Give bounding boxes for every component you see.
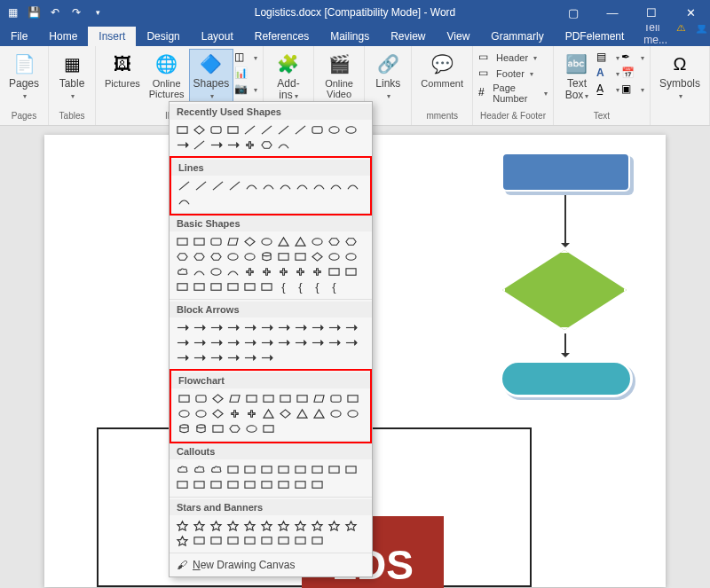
shape-option[interactable] [259, 478, 274, 491]
ribbon-options-icon[interactable]: ▢ [554, 0, 593, 25]
undo-icon[interactable]: ↶ [48, 5, 62, 20]
shape-option[interactable] [343, 265, 359, 278]
flowchart-diamond-shape[interactable] [502, 250, 627, 330]
shape-option[interactable] [225, 534, 241, 547]
symbols-button[interactable]: ΩSymbols▾ [656, 50, 704, 103]
pages-button[interactable]: 📄Pages▾ [5, 50, 43, 103]
tab-review[interactable]: Review [380, 27, 436, 46]
shape-option[interactable] [192, 265, 207, 278]
shape-option[interactable] [276, 250, 291, 263]
shape-option[interactable] [175, 280, 190, 294]
shape-option[interactable] [310, 534, 325, 547]
shape-option[interactable] [209, 351, 224, 365]
online-video-button[interactable]: 🎬Online Video [320, 50, 359, 101]
signature-button[interactable]: ✒▾ [621, 50, 644, 66]
shape-option[interactable] [242, 519, 257, 532]
shape-option[interactable] [175, 463, 190, 476]
shape-option[interactable] [225, 123, 241, 137]
shape-option[interactable] [225, 519, 241, 532]
shape-option[interactable] [225, 280, 241, 294]
shape-option[interactable] [242, 478, 257, 491]
shape-option[interactable] [242, 235, 257, 248]
shape-option[interactable] [177, 422, 192, 435]
tab-grammarly[interactable]: Grammarly [480, 27, 554, 46]
tab-design[interactable]: Design [136, 27, 190, 46]
online-pictures-button[interactable]: 🌐Online Pictures [146, 50, 188, 101]
shape-option[interactable] [242, 123, 257, 137]
shape-option[interactable] [242, 463, 257, 476]
shape-option[interactable] [210, 407, 225, 420]
shape-option[interactable] [310, 478, 325, 491]
shape-option[interactable] [175, 351, 190, 365]
shape-option[interactable] [192, 235, 207, 248]
shape-option[interactable] [210, 179, 225, 192]
shape-option[interactable] [175, 250, 190, 263]
shape-option[interactable] [177, 392, 192, 405]
shape-option[interactable] [261, 407, 276, 420]
shape-option[interactable] [276, 463, 291, 476]
shape-option[interactable] [259, 123, 274, 137]
shape-option[interactable] [259, 351, 274, 365]
shape-option[interactable] [293, 534, 308, 547]
pictures-button[interactable]: 🖼Pictures [101, 50, 144, 90]
shape-option[interactable] [175, 235, 190, 248]
shape-option[interactable] [175, 336, 190, 349]
shape-option[interactable] [276, 336, 291, 349]
shape-option[interactable] [310, 336, 325, 349]
shape-option[interactable] [227, 422, 242, 435]
shape-option[interactable] [327, 321, 342, 334]
shape-option[interactable] [276, 534, 291, 547]
shape-option[interactable] [328, 179, 343, 192]
shape-option[interactable] [175, 478, 190, 491]
shape-option[interactable] [192, 280, 207, 294]
shape-option[interactable] [293, 519, 308, 532]
shape-option[interactable] [310, 321, 325, 334]
tab-home[interactable]: Home [38, 27, 88, 46]
shape-option[interactable] [312, 179, 327, 192]
shape-option[interactable] [242, 138, 257, 152]
shape-option[interactable] [295, 392, 310, 405]
shape-option[interactable]: { [293, 280, 308, 294]
shape-option[interactable] [259, 280, 274, 294]
shape-option[interactable] [345, 407, 360, 420]
shape-option[interactable] [225, 321, 241, 334]
chart-button[interactable]: 📊 [234, 66, 257, 82]
shape-option[interactable] [343, 519, 359, 532]
shape-option[interactable] [225, 138, 241, 152]
connector-arrow-1[interactable] [564, 195, 566, 247]
smartart-button[interactable]: ◫▾ [234, 50, 257, 66]
shape-option[interactable] [312, 407, 327, 420]
connector-arrow-2[interactable] [564, 333, 566, 357]
shape-option[interactable] [209, 123, 224, 137]
shape-option[interactable] [209, 138, 224, 152]
shape-option[interactable] [175, 265, 190, 278]
shape-option[interactable] [310, 519, 325, 532]
shape-option[interactable] [192, 478, 207, 491]
shape-option[interactable] [242, 336, 257, 349]
shape-option[interactable] [327, 250, 342, 263]
shape-option[interactable] [193, 407, 209, 420]
shape-option[interactable] [192, 321, 207, 334]
tab-pdfelement[interactable]: PDFelement [555, 27, 635, 46]
shape-option[interactable] [276, 123, 291, 137]
shape-option[interactable] [310, 250, 325, 263]
shape-option[interactable] [209, 478, 224, 491]
addins-button[interactable]: 🧩Add-ins▾ [269, 50, 308, 103]
shape-option[interactable] [261, 392, 276, 405]
maximize-button[interactable]: ☐ [632, 0, 671, 25]
shape-option[interactable] [276, 235, 291, 248]
shape-option[interactable] [193, 422, 209, 435]
text-box-button[interactable]: 🔤Text Box▾ [559, 50, 595, 103]
shape-option[interactable] [327, 265, 342, 278]
shape-option[interactable] [343, 250, 359, 263]
shape-option[interactable] [259, 235, 274, 248]
tab-layout[interactable]: Layout [191, 27, 244, 46]
tab-mailings[interactable]: Mailings [320, 27, 380, 46]
shape-option[interactable] [209, 265, 224, 278]
shape-option[interactable] [328, 392, 343, 405]
shape-option[interactable] [225, 250, 241, 263]
tab-view[interactable]: View [437, 27, 481, 46]
shape-option[interactable] [295, 407, 310, 420]
shape-option[interactable] [227, 407, 242, 420]
shape-option[interactable] [225, 235, 241, 248]
